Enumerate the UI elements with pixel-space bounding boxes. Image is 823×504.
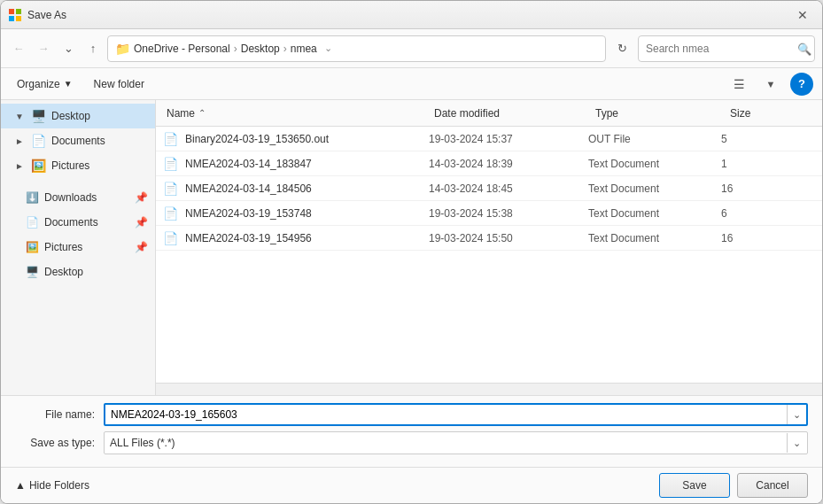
col-size-label: Size [730, 107, 750, 120]
file-date: 19-03-2024 15:37 [429, 133, 513, 145]
svg-rect-2 [9, 16, 14, 21]
file-type: Text Document [588, 232, 659, 244]
pin-icon: 📌 [135, 241, 148, 253]
path-sep-1: › [234, 43, 237, 55]
file-type: Text Document [588, 182, 659, 195]
path-part-1: OneDrive - Personal [134, 43, 230, 55]
file-size-cell: 5 [714, 133, 822, 145]
svg-rect-0 [9, 9, 14, 14]
search-icon: 🔍 [797, 42, 811, 55]
col-header-name[interactable]: Name ⌃ [159, 107, 425, 120]
help-button[interactable]: ? [790, 73, 813, 96]
file-size: 6 [721, 207, 727, 220]
file-size-cell: 16 [714, 182, 822, 195]
file-date-cell: 19-03-2024 15:38 [422, 207, 581, 220]
expand-icon: ▼ [15, 112, 26, 121]
up-button[interactable]: ↑ [82, 38, 104, 59]
col-header-size[interactable]: Size [723, 107, 819, 120]
col-header-type[interactable]: Type [588, 107, 721, 120]
file-size-cell: 6 [714, 207, 822, 220]
file-type: Text Document [588, 207, 659, 220]
sidebar-item-desktop[interactable]: ▼ 🖥️ Desktop [1, 104, 155, 128]
footer-bar: ▲ Hide Folders Save Cancel [1, 467, 822, 503]
sidebar-pinned-downloads[interactable]: ⬇️ Downloads 📌 [1, 185, 155, 210]
file-date-cell: 14-03-2024 18:45 [422, 182, 581, 195]
file-date-cell: 19-03-2024 15:50 [422, 232, 581, 244]
app-icon [8, 8, 22, 22]
filename-input[interactable] [104, 403, 808, 426]
path-dropdown-icon: ⌄ [324, 43, 332, 54]
file-name-cell: 📄 NMEA2024-03-14_184506 [156, 182, 422, 196]
pictures-pin-icon: 🖼️ [26, 241, 39, 253]
hide-folders-toggle[interactable]: ▲ Hide Folders [15, 479, 89, 492]
organize-label: Organize [17, 78, 60, 90]
file-type-cell: Text Document [581, 158, 714, 170]
back-button[interactable]: ← [8, 38, 29, 59]
file-icon: 📄 [163, 182, 178, 196]
file-icon: 📄 [163, 157, 178, 171]
recent-locations-button[interactable]: ⌄ [58, 38, 79, 59]
file-size: 1 [721, 158, 727, 170]
save-as-dialog: Save As ✕ ← → ⌄ ↑ 📁 OneDrive - Personal … [0, 0, 823, 504]
view-dropdown-button[interactable]: ▼ [758, 73, 783, 96]
table-row[interactable]: 📄 NMEA2024-03-19_154956 19-03-2024 15:50… [156, 226, 822, 251]
table-row[interactable]: 📄 NMEA2024-03-14_184506 14-03-2024 18:45… [156, 176, 822, 201]
path-part-2: Desktop [241, 43, 280, 55]
file-size: 16 [721, 182, 733, 195]
forward-button[interactable]: → [33, 38, 54, 59]
file-date: 19-03-2024 15:50 [429, 232, 513, 244]
refresh-button[interactable]: ↻ [611, 38, 633, 59]
table-row[interactable]: 📄 NMEA2024-03-19_153748 19-03-2024 15:38… [156, 201, 822, 226]
search-input[interactable] [638, 35, 815, 62]
file-size: 16 [721, 232, 733, 244]
cancel-label: Cancel [756, 479, 788, 492]
sidebar-item-label: Documents [51, 135, 105, 147]
sidebar-pinned-documents[interactable]: 📄 Documents 📌 [1, 210, 155, 235]
sidebar-pinned-desktop[interactable]: 🖥️ Desktop [1, 260, 155, 284]
file-type-cell: Text Document [581, 232, 714, 244]
sidebar-pinned-pictures[interactable]: 🖼️ Pictures 📌 [1, 235, 155, 260]
folder-icon: 📁 [115, 42, 130, 56]
save-button[interactable]: Save [659, 473, 730, 498]
sidebar-divider [1, 178, 155, 185]
col-type-label: Type [595, 107, 618, 120]
savetype-dropdown-arrow[interactable]: ⌄ [787, 433, 806, 453]
save-label: Save [682, 479, 706, 492]
svg-rect-3 [16, 16, 21, 21]
col-header-date[interactable]: Date modified [427, 107, 586, 120]
sidebar-item-label: Pictures [51, 159, 89, 172]
downloads-icon: ⬇️ [26, 191, 39, 204]
hide-folders-label: Hide Folders [29, 479, 89, 492]
table-row[interactable]: 📄 Binary2024-03-19_153650.out 19-03-2024… [156, 127, 822, 151]
chevron-up-icon: ▲ [15, 479, 26, 492]
expand-icon: ► [15, 136, 26, 146]
address-path[interactable]: 📁 OneDrive - Personal › Desktop › nmea ⌄ [107, 35, 606, 62]
search-wrap: 🔍 [638, 35, 815, 62]
table-row[interactable]: 📄 NMEA2024-03-14_183847 14-03-2024 18:39… [156, 151, 822, 176]
organize-dropdown-icon: ▼ [64, 79, 73, 89]
file-type-cell: Text Document [581, 182, 714, 195]
savetype-label: Save as type: [15, 437, 104, 449]
address-bar: ← → ⌄ ↑ 📁 OneDrive - Personal › Desktop … [1, 29, 822, 68]
horizontal-scrollbar[interactable] [156, 383, 822, 395]
sidebar-pinned-label: Pictures [44, 241, 82, 253]
file-date: 14-03-2024 18:39 [429, 158, 513, 170]
savetype-select[interactable]: ALL Files (*.*) [104, 431, 808, 454]
close-button[interactable]: ✕ [790, 5, 815, 25]
cancel-button[interactable]: Cancel [737, 473, 808, 498]
sidebar-item-documents[interactable]: ► 📄 Documents [1, 128, 155, 153]
savetype-row: Save as type: ALL Files (*.*) ⌄ [15, 431, 808, 454]
file-size-cell: 16 [714, 232, 822, 244]
view-list-button[interactable]: ☰ [726, 73, 751, 96]
filename-dropdown-arrow[interactable]: ⌄ [787, 405, 806, 424]
sidebar-pinned-label: Downloads [44, 191, 97, 204]
filename-input-wrap: ⌄ [104, 403, 808, 426]
sidebar-item-pictures[interactable]: ► 🖼️ Pictures [1, 153, 155, 178]
title-bar: Save As ✕ [1, 1, 822, 29]
sidebar-pinned-label: Desktop [44, 266, 83, 278]
file-name: NMEA2024-03-14_183847 [185, 158, 312, 170]
new-folder-button[interactable]: New folder [87, 75, 151, 93]
toolbar: Organize ▼ New folder ☰ ▼ ? [1, 68, 822, 100]
organize-button[interactable]: Organize ▼ [10, 75, 80, 93]
new-folder-label: New folder [94, 78, 144, 90]
